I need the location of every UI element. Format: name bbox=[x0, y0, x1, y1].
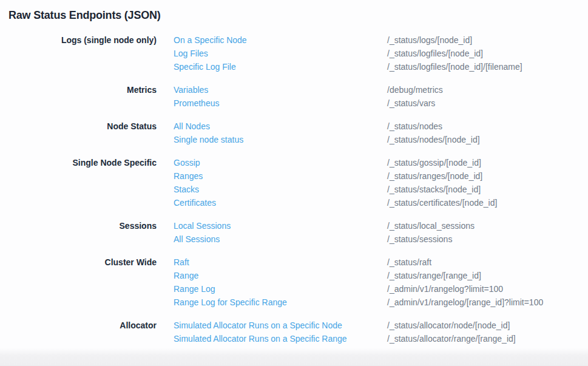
paths-column: /debug/metrics/_status/vars bbox=[370, 83, 588, 110]
endpoint-link[interactable]: Gossip bbox=[174, 156, 370, 169]
paths-column: /_status/nodes/_status/nodes/[node_id] bbox=[370, 120, 588, 146]
category-label: Single Node Specific bbox=[0, 156, 157, 209]
endpoint-section: Metrics VariablesPrometheus /debug/metri… bbox=[0, 83, 588, 110]
paths-column: /_status/gossip/[node_id]/_status/ranges… bbox=[370, 156, 588, 209]
links-column: GossipRangesStacksCertificates bbox=[157, 156, 370, 209]
endpoint-path: /_status/raft bbox=[387, 256, 588, 269]
endpoint-link[interactable]: Variables bbox=[174, 83, 370, 97]
category-label: Logs (single node only) bbox=[0, 33, 157, 73]
category-label: Node Status bbox=[0, 120, 157, 146]
endpoint-link[interactable]: Stacks bbox=[174, 183, 370, 196]
endpoint-path: /_status/logs/[node_id] bbox=[387, 33, 588, 47]
category-label: Allocator bbox=[0, 319, 157, 345]
category-label: Sessions bbox=[0, 219, 157, 246]
endpoint-link[interactable]: Range Log for Specific Range bbox=[174, 296, 370, 309]
endpoint-path: /_status/allocator/range/[range_id] bbox=[387, 332, 588, 345]
endpoint-link[interactable]: Single node status bbox=[174, 133, 370, 146]
endpoint-path: /_status/certificates/[node_id] bbox=[387, 196, 588, 209]
endpoint-link[interactable]: All Nodes bbox=[174, 120, 370, 133]
endpoint-link[interactable]: Specific Log File bbox=[174, 60, 370, 73]
paths-column: /_status/allocator/node/[node_id]/_statu… bbox=[370, 319, 588, 345]
links-column: All NodesSingle node status bbox=[157, 120, 370, 146]
links-column: VariablesPrometheus bbox=[157, 83, 370, 110]
paths-column: /_status/logs/[node_id]/_status/logfiles… bbox=[370, 33, 588, 73]
endpoint-path: /_status/nodes/[node_id] bbox=[387, 133, 588, 146]
footer-strip bbox=[0, 348, 588, 366]
paths-column: /_status/raft/_status/range/[range_id]/_… bbox=[370, 256, 588, 309]
endpoint-path: /_status/allocator/node/[node_id] bbox=[387, 319, 588, 332]
endpoint-link[interactable]: Simulated Allocator Runs on a Specific R… bbox=[174, 332, 370, 345]
endpoint-path: /_status/logfiles/[node_id]/[filename] bbox=[387, 60, 588, 73]
endpoint-path: /_status/vars bbox=[387, 97, 588, 110]
endpoint-path: /_admin/v1/rangelog/[range_id]?limit=100 bbox=[387, 296, 588, 309]
endpoint-path: /_status/stacks/[node_id] bbox=[387, 183, 588, 196]
endpoint-link[interactable]: Log Files bbox=[174, 47, 370, 60]
endpoint-section: Node Status All NodesSingle node status … bbox=[0, 120, 588, 146]
endpoint-path: /_status/gossip/[node_id] bbox=[387, 156, 588, 169]
endpoint-path: /_status/local_sessions bbox=[387, 219, 588, 232]
endpoint-link[interactable]: Ranges bbox=[174, 169, 370, 183]
endpoint-link[interactable]: Prometheus bbox=[174, 97, 370, 110]
page-title: Raw Status Endpoints (JSON) bbox=[8, 8, 588, 22]
links-column: Local SessionsAll Sessions bbox=[157, 219, 370, 246]
paths-column: /_status/local_sessions/_status/sessions bbox=[370, 219, 588, 246]
endpoint-path: /_status/ranges/[node_id] bbox=[387, 169, 588, 183]
endpoint-link[interactable]: All Sessions bbox=[174, 232, 370, 246]
endpoint-path: /debug/metrics bbox=[387, 83, 588, 97]
endpoint-section: Sessions Local SessionsAll Sessions /_st… bbox=[0, 219, 588, 246]
endpoint-path: /_admin/v1/rangelog?limit=100 bbox=[387, 282, 588, 296]
endpoint-link[interactable]: Range Log bbox=[174, 282, 370, 296]
endpoint-link[interactable]: Range bbox=[174, 269, 370, 282]
endpoint-path: /_status/sessions bbox=[387, 232, 588, 246]
category-label: Metrics bbox=[0, 83, 157, 110]
endpoint-section: Single Node Specific GossipRangesStacksC… bbox=[0, 156, 588, 209]
links-column: Simulated Allocator Runs on a Specific N… bbox=[157, 319, 370, 345]
endpoint-path: /_status/nodes bbox=[387, 120, 588, 133]
endpoint-sections: Logs (single node only) On a Specific No… bbox=[0, 33, 588, 345]
category-label: Cluster Wide bbox=[0, 256, 157, 309]
endpoint-link[interactable]: Raft bbox=[174, 256, 370, 269]
endpoint-link[interactable]: Certificates bbox=[174, 196, 370, 209]
endpoint-link[interactable]: Simulated Allocator Runs on a Specific N… bbox=[174, 319, 370, 332]
raw-status-endpoints-page: Raw Status Endpoints (JSON) Logs (single… bbox=[0, 0, 588, 345]
endpoint-section: Logs (single node only) On a Specific No… bbox=[0, 33, 588, 73]
endpoint-section: Allocator Simulated Allocator Runs on a … bbox=[0, 319, 588, 345]
endpoint-path: /_status/logfiles/[node_id] bbox=[387, 47, 588, 60]
endpoint-link[interactable]: On a Specific Node bbox=[174, 33, 370, 47]
links-column: On a Specific NodeLog FilesSpecific Log … bbox=[157, 33, 370, 73]
links-column: RaftRangeRange LogRange Log for Specific… bbox=[157, 256, 370, 309]
endpoint-section: Cluster Wide RaftRangeRange LogRange Log… bbox=[0, 256, 588, 309]
endpoint-path: /_status/range/[range_id] bbox=[387, 269, 588, 282]
endpoint-link[interactable]: Local Sessions bbox=[174, 219, 370, 232]
